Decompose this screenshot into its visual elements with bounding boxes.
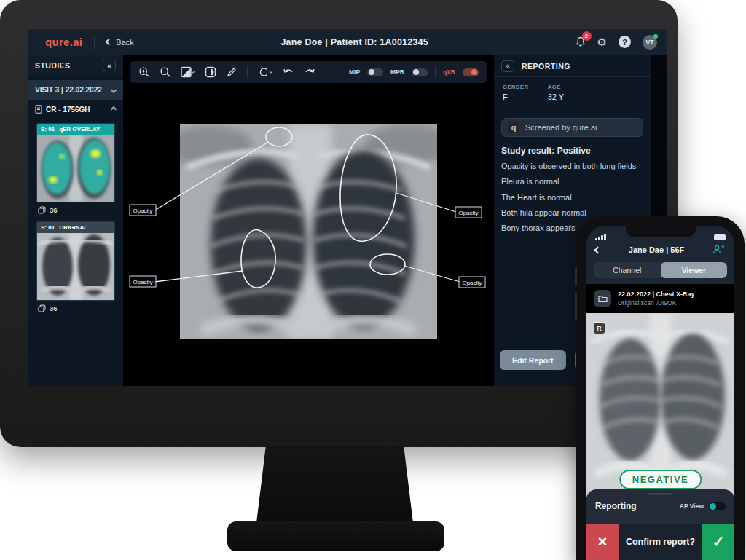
tab-channel[interactable]: Channel	[594, 262, 661, 278]
visit-selector[interactable]: VISIT 3 | 22.02.2022	[28, 80, 123, 100]
gender-label: GENDER	[503, 84, 529, 90]
series-label: CR - 1756GH	[46, 106, 90, 114]
stack-icon	[38, 304, 46, 312]
scan-subtitle: Original scan 7JI9OK	[618, 299, 695, 307]
undo-button[interactable]	[283, 67, 294, 77]
battery-icon	[714, 234, 726, 240]
smartphone: Jane Dae | 56F Channel Viewer 22.	[576, 216, 745, 560]
finding-item: Pleura is normal	[501, 176, 643, 186]
mpr-toggle[interactable]	[412, 68, 428, 76]
finding-outline-3	[241, 229, 275, 288]
divider	[435, 66, 436, 78]
thumb2-label: ORIGINAL	[59, 224, 87, 231]
edit-report-button[interactable]: Edit Report	[500, 350, 566, 370]
thumb2-count: 36	[50, 304, 58, 312]
thumb1-label: qER OVERLAY	[59, 126, 100, 133]
screened-by-pill: q Screened by qure.ai	[501, 118, 643, 137]
thumb1-count-row: 36	[38, 206, 123, 214]
qxr-label: qXR	[443, 68, 455, 76]
studies-header: STUDIES «	[28, 55, 123, 76]
back-button[interactable]: Back	[106, 38, 133, 47]
patient-title: Jane Doe | Patient ID: 1A0012345	[134, 37, 576, 47]
invert-button[interactable]	[205, 66, 216, 78]
confirm-bar: × Confirm report? ✓	[586, 524, 734, 560]
annotation-label[interactable]: Opacity	[133, 279, 152, 285]
zoom-in-button[interactable]	[138, 66, 150, 78]
phone-tabs: Channel Viewer	[594, 262, 727, 278]
thumb1-count: 36	[50, 206, 58, 214]
divider	[94, 36, 95, 49]
thumbnail-qer-overlay[interactable]: S: 01 qER OVERLAY	[36, 123, 115, 202]
confirm-report-question: Confirm report?	[619, 524, 702, 560]
stack-icon	[38, 206, 46, 214]
folder-icon	[598, 295, 608, 303]
annotate-pencil-button[interactable]	[226, 66, 237, 78]
ap-view-toggle[interactable]	[708, 502, 726, 510]
monitor-screen: qure.ai Back Jane Doe | Patient ID: 1A00…	[28, 29, 667, 386]
reporting-bottom-sheet: Reporting AP View × Confirm report? ✓	[586, 489, 734, 560]
mip-toggle[interactable]	[367, 68, 383, 76]
studies-sidebar: STUDIES « VISIT 3 | 22.02.2022	[28, 55, 124, 386]
help-button[interactable]: ?	[619, 36, 631, 48]
document-icon	[35, 105, 42, 114]
qxr-toggle[interactable]	[463, 68, 479, 76]
scan-info-row[interactable]: 22.02.2022 | Chest X-Ray Original scan 7…	[586, 284, 734, 313]
screened-by-text: Screened by qure.ai	[525, 123, 597, 132]
age-value: 32 Y	[548, 92, 564, 101]
monitor-stand-neck	[256, 446, 413, 523]
thumb1-tag: S: 01	[41, 126, 55, 133]
user-avatar[interactable]: VT	[643, 35, 657, 50]
chevron-down-icon	[111, 87, 117, 92]
image-viewer: MIP MPR qXR	[124, 55, 493, 386]
monitor-stand-base	[227, 521, 444, 551]
accept-report-button[interactable]: ✓	[702, 524, 734, 560]
search-button[interactable]	[160, 66, 171, 78]
ap-view-label: AP View	[680, 502, 704, 510]
finding-outline-1	[266, 127, 292, 146]
qureai-q-icon: q	[508, 122, 519, 133]
reject-report-button[interactable]: ×	[586, 524, 619, 560]
series-row[interactable]: CR - 1756GH	[28, 100, 123, 119]
annotation-label[interactable]: Opacity	[462, 280, 482, 286]
result-badge-negative: NEGATIVE	[619, 470, 702, 489]
phone-reporting-title: Reporting	[595, 501, 637, 511]
annotation-overlay: Opacity Opacity Opacity Opacity	[124, 55, 493, 386]
back-label: Back	[116, 38, 133, 47]
back-chevron-icon	[106, 39, 113, 46]
windowing-button[interactable]	[181, 66, 195, 78]
gender-value: F	[503, 92, 529, 101]
redo-button[interactable]	[304, 67, 315, 77]
thumb2-image	[37, 233, 114, 300]
annotation-label[interactable]: Opacity	[458, 210, 478, 216]
share-contacts-icon[interactable]	[712, 245, 726, 255]
chevron-up-icon	[111, 106, 117, 112]
notification-badge: 2	[582, 31, 592, 41]
tab-viewer[interactable]: Viewer	[661, 262, 728, 278]
phone-patient-title: Jane Dae | 56F	[600, 245, 712, 254]
viewer-toolbar: MIP MPR qXR	[130, 61, 487, 83]
rotate-button[interactable]	[257, 66, 273, 78]
divider	[247, 66, 248, 78]
avatar-initials: VT	[646, 39, 654, 46]
signal-icon	[595, 234, 606, 240]
finding-item: Opacity is observed in both lung fields	[501, 161, 643, 171]
report-collapse-button[interactable]: «	[501, 60, 514, 72]
thumbnail-original[interactable]: S: 01 ORIGINAL	[36, 221, 115, 301]
sidebar-collapse-button[interactable]: «	[103, 60, 116, 71]
finding-outline-4	[370, 254, 405, 275]
studies-title: STUDIES	[35, 61, 70, 70]
finding-outline-2	[340, 135, 396, 241]
top-bar: qure.ai Back Jane Doe | Patient ID: 1A00…	[28, 29, 667, 55]
qureai-logo: qure.ai	[45, 36, 82, 48]
finding-item: The Heart is normal	[501, 192, 643, 202]
settings-button[interactable]: ⚙	[597, 36, 607, 47]
right-marker: R	[594, 322, 605, 334]
reporting-title: REPORTING	[522, 62, 570, 71]
annotation-label[interactable]: Opacity	[133, 208, 152, 214]
phone-screen: Jane Dae | 56F Channel Viewer 22.	[586, 226, 734, 560]
notifications-button[interactable]: 2	[576, 36, 586, 47]
thumb1-image	[37, 135, 114, 202]
phone-header: Jane Dae | 56F	[586, 240, 734, 259]
phone-xray-area: R NEGATIVE	[586, 313, 734, 497]
online-status-dot	[653, 34, 658, 39]
